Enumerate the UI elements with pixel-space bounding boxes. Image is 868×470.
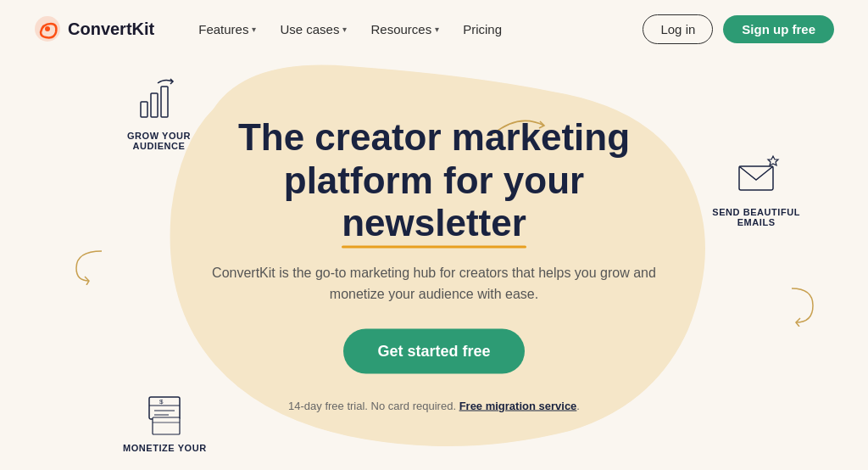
migration-link[interactable]: Free migration service bbox=[459, 399, 577, 411]
svg-rect-4 bbox=[161, 87, 168, 117]
svg-rect-11 bbox=[153, 417, 180, 434]
chevron-down-icon: ▾ bbox=[252, 25, 256, 34]
nav-features[interactable]: Features ▾ bbox=[188, 15, 266, 43]
emails-label: Send Beautiful Emails bbox=[712, 207, 800, 227]
arrow-left-decoration bbox=[68, 243, 110, 285]
svg-text:$: $ bbox=[159, 398, 164, 406]
chart-icon bbox=[134, 75, 185, 126]
monetize-label: Monetize Your bbox=[123, 443, 207, 453]
svg-rect-3 bbox=[151, 93, 158, 117]
email-icon bbox=[731, 151, 782, 202]
hero-title-highlight: newsletter bbox=[342, 202, 526, 245]
chevron-down-icon: ▾ bbox=[435, 25, 439, 34]
logo-icon bbox=[34, 15, 61, 42]
hero-content: The creator marketing platform for your … bbox=[197, 116, 671, 412]
float-grow-audience: Grow Your Audience bbox=[127, 75, 191, 151]
svg-point-1 bbox=[45, 26, 50, 31]
nav-use-cases[interactable]: Use cases ▾ bbox=[270, 15, 357, 43]
nav-links: Features ▾ Use cases ▾ Resources ▾ Prici… bbox=[188, 15, 643, 43]
nav-resources[interactable]: Resources ▾ bbox=[360, 15, 449, 43]
hero-title: The creator marketing platform for your … bbox=[197, 116, 671, 245]
svg-rect-6 bbox=[149, 397, 180, 419]
login-button[interactable]: Log in bbox=[643, 14, 713, 44]
logo-text: ConvertKit bbox=[68, 20, 154, 39]
hero-section: Grow Your Audience Send Beautiful Emails bbox=[0, 58, 868, 470]
cta-button[interactable]: Get started free bbox=[343, 328, 524, 373]
grow-label: Grow Your Audience bbox=[127, 131, 191, 151]
nav-pricing[interactable]: Pricing bbox=[453, 15, 512, 43]
float-monetize: $ Monetize Your bbox=[123, 387, 207, 453]
svg-rect-2 bbox=[141, 102, 147, 117]
nav-actions: Log in Sign up free bbox=[643, 14, 834, 44]
monetize-icon: $ bbox=[139, 387, 190, 438]
navbar: ConvertKit Features ▾ Use cases ▾ Resour… bbox=[0, 0, 868, 58]
hero-subtitle: ConvertKit is the go-to marketing hub fo… bbox=[197, 261, 671, 305]
hero-fine-print: 14-day free trial. No card required. Fre… bbox=[197, 399, 671, 411]
signup-button[interactable]: Sign up free bbox=[723, 15, 834, 43]
float-send-emails: Send Beautiful Emails bbox=[712, 151, 800, 227]
arrow-right-decoration bbox=[783, 284, 817, 318]
logo[interactable]: ConvertKit bbox=[34, 15, 154, 42]
chevron-down-icon: ▾ bbox=[342, 25, 347, 34]
